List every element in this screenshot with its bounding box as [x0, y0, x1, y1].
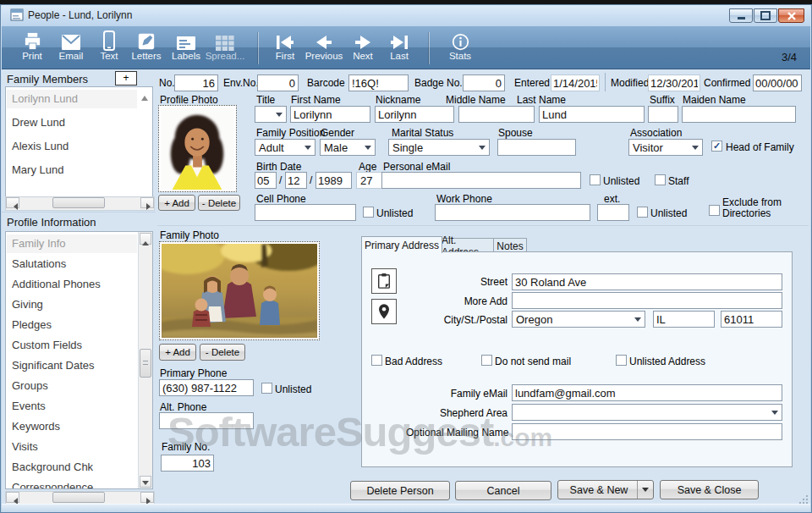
- postal-field[interactable]: [721, 311, 782, 328]
- last-name-field[interactable]: [539, 106, 645, 123]
- scroll-down-button[interactable]: [140, 476, 151, 488]
- letters-button[interactable]: Letters: [127, 29, 166, 67]
- profile-list-vscrollbar[interactable]: [138, 232, 152, 488]
- suffix-field[interactable]: [648, 106, 678, 123]
- profile-photo-add-button[interactable]: + Add: [158, 195, 195, 211]
- profile-info-item[interactable]: Custom Fields: [7, 336, 137, 355]
- scroll-left-button[interactable]: [6, 492, 19, 503]
- primary-phone-unlisted-checkbox[interactable]: [261, 383, 272, 394]
- city-select[interactable]: Oregon: [512, 311, 645, 328]
- first-button[interactable]: First: [268, 29, 302, 67]
- copy-address-button[interactable]: [371, 268, 397, 294]
- record-no-field[interactable]: [174, 74, 218, 91]
- profile-info-item[interactable]: Background Chk: [7, 458, 137, 477]
- profile-photo[interactable]: [158, 105, 237, 192]
- save-new-dropdown[interactable]: [637, 481, 653, 499]
- text-button[interactable]: Text: [94, 29, 124, 67]
- profile-info-item[interactable]: Salutations: [7, 255, 137, 273]
- cell-phone-unlisted-checkbox[interactable]: [363, 207, 374, 218]
- family-member-item[interactable]: Alexis Lund: [7, 137, 137, 156]
- vscroll-thumb[interactable]: [140, 349, 151, 378]
- work-phone-field[interactable]: [435, 204, 590, 221]
- birth-year-field[interactable]: [315, 172, 352, 189]
- previous-button[interactable]: Previous: [303, 29, 345, 67]
- personal-email-field[interactable]: [381, 172, 581, 189]
- title-select[interactable]: [255, 106, 287, 123]
- stats-button[interactable]: Stats: [442, 29, 479, 67]
- map-location-button[interactable]: [371, 299, 397, 324]
- confirmed-date-field[interactable]: [753, 74, 802, 91]
- scroll-up-icon[interactable]: [141, 92, 148, 101]
- scroll-right-button[interactable]: [140, 197, 154, 208]
- tab-primary-address[interactable]: Primary Address: [361, 236, 442, 253]
- exclude-directories-checkbox[interactable]: [709, 205, 720, 216]
- gender-select[interactable]: Male: [320, 139, 376, 156]
- labels-button[interactable]: Labels: [167, 29, 205, 67]
- minimize-button[interactable]: [729, 8, 753, 23]
- marital-status-select[interactable]: Single: [388, 139, 490, 156]
- more-address-field[interactable]: [512, 292, 782, 309]
- envelope-no-field[interactable]: [257, 74, 299, 91]
- close-button[interactable]: [778, 8, 804, 23]
- middle-name-field[interactable]: [458, 106, 535, 123]
- staff-checkbox[interactable]: [655, 174, 666, 185]
- unlisted-address-checkbox[interactable]: [616, 355, 627, 366]
- profile-info-item[interactable]: Giving: [7, 295, 137, 314]
- save-close-button[interactable]: Save & Close: [660, 480, 759, 499]
- scroll-up-button[interactable]: [140, 233, 151, 245]
- shepherd-area-select[interactable]: [512, 404, 782, 421]
- family-position-select[interactable]: Adult: [255, 139, 315, 156]
- family-member-item[interactable]: Lorilynn Lund: [7, 90, 137, 108]
- family-photo-delete-button[interactable]: - Delete: [200, 344, 245, 361]
- work-phone-unlisted-checkbox[interactable]: [637, 207, 648, 218]
- do-not-send-mail-checkbox[interactable]: [481, 355, 492, 366]
- add-family-member-button[interactable]: +: [115, 71, 137, 86]
- state-field[interactable]: [653, 311, 715, 328]
- nickname-field[interactable]: [375, 106, 454, 123]
- family-member-item[interactable]: Drew Lund: [7, 113, 137, 132]
- profile-info-item[interactable]: Significant Dates: [7, 356, 137, 375]
- profile-info-item[interactable]: Family Info: [7, 234, 137, 253]
- cell-phone-field[interactable]: [255, 204, 356, 221]
- family-member-item[interactable]: Mary Lund: [7, 161, 137, 179]
- family-photo[interactable]: [159, 241, 320, 340]
- head-of-family-checkbox[interactable]: ✓: [711, 141, 722, 152]
- hscroll-thumb[interactable]: [52, 492, 105, 503]
- optional-mailing-name-field[interactable]: [512, 423, 782, 440]
- personal-email-unlisted-checkbox[interactable]: [590, 174, 601, 185]
- family-list-hscrollbar[interactable]: [5, 196, 155, 211]
- resize-grip[interactable]: [798, 494, 809, 505]
- alt-phone-field[interactable]: [159, 412, 254, 429]
- maximize-button[interactable]: [754, 8, 777, 23]
- bad-address-checkbox[interactable]: [371, 355, 382, 366]
- barcode-field[interactable]: [348, 74, 409, 91]
- birth-month-field[interactable]: [255, 172, 277, 189]
- profile-info-item[interactable]: Pledges: [7, 316, 137, 334]
- profile-photo-delete-button[interactable]: - Delete: [198, 195, 240, 211]
- family-no-field[interactable]: [161, 455, 214, 472]
- birth-day-field[interactable]: [285, 172, 307, 189]
- cancel-button[interactable]: Cancel: [455, 481, 551, 500]
- delete-person-button[interactable]: Delete Person: [350, 481, 450, 500]
- spouse-field[interactable]: [497, 139, 576, 156]
- association-select[interactable]: Visitor: [628, 139, 703, 156]
- badge-no-field[interactable]: [463, 74, 505, 91]
- maiden-name-field[interactable]: [682, 106, 796, 123]
- first-name-field[interactable]: [290, 106, 370, 123]
- spreadsheet-button[interactable]: Spread...: [205, 29, 245, 67]
- profile-info-item[interactable]: Correspondence: [7, 478, 137, 489]
- ext-field[interactable]: [597, 204, 629, 221]
- family-email-field[interactable]: [512, 384, 782, 401]
- family-photo-add-button[interactable]: + Add: [159, 344, 196, 361]
- print-button[interactable]: Print: [14, 29, 51, 67]
- profile-info-item[interactable]: Groups: [7, 377, 137, 395]
- last-button[interactable]: Last: [382, 29, 416, 67]
- street-field[interactable]: [512, 273, 782, 290]
- email-button[interactable]: Email: [52, 29, 90, 67]
- profile-info-item[interactable]: Additional Phones: [7, 275, 137, 294]
- profile-info-item[interactable]: Visits: [7, 438, 137, 456]
- profile-info-item[interactable]: Keywords: [7, 417, 137, 436]
- profile-info-item[interactable]: Events: [7, 397, 137, 416]
- hscroll-thumb[interactable]: [52, 197, 105, 208]
- primary-phone-field[interactable]: [159, 379, 254, 396]
